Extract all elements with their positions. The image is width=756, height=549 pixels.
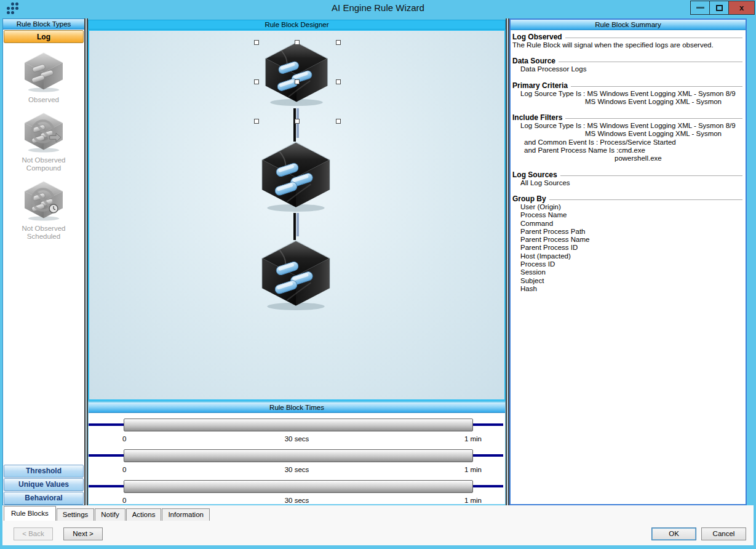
summary-section-title: Data Source: [512, 57, 555, 65]
rule-block-cube-2[interactable]: [258, 140, 333, 212]
summary-line: Session: [512, 268, 744, 276]
rule-block-time-slider-2: 0 30 secs 1 min: [89, 448, 505, 479]
selection-handle[interactable]: [295, 79, 300, 84]
rule-block-summary-header: Rule Block Summary: [511, 20, 746, 30]
ai-engine-rule-wizard-window: { "window": { "title": "AI Engine Rule W…: [0, 0, 756, 549]
rule-block-type-label: Not Observed Compound: [3, 156, 84, 172]
cancel-button[interactable]: Cancel: [701, 527, 746, 540]
summary-line: and Common Event Is : Process/Service St…: [512, 138, 744, 146]
tab-information[interactable]: Information: [162, 508, 210, 521]
summary-line: Host (Impacted): [512, 252, 744, 260]
ok-button[interactable]: OK: [651, 527, 696, 540]
rule-block-cube-1[interactable]: [262, 41, 331, 106]
slider-labels: 0 30 secs 1 min: [89, 497, 505, 505]
summary-section: Log SourcesAll Log Sources: [512, 170, 744, 187]
summary-line: MS Windows Event Logging XML - Sysmon: [512, 98, 744, 106]
next-button[interactable]: Next >: [63, 527, 103, 540]
titlebar: AI Engine Rule Wizard x: [0, 0, 756, 17]
summary-section-title: Log Sources: [512, 170, 557, 179]
summary-line: All Log Sources: [512, 179, 744, 187]
rule-block-times-body: 0 30 secs 1 min 0 30 secs 1 min 0 30 sec…: [89, 413, 505, 510]
back-button[interactable]: < Back: [14, 527, 53, 540]
wizard-tabs: Rule BlocksSettingsNotifyActionsInformat…: [4, 505, 210, 521]
section-rule-line: [549, 199, 742, 200]
summary-line: Process ID: [512, 260, 744, 268]
summary-line: Command: [512, 220, 744, 228]
slider-max-label: 1 min: [464, 435, 482, 443]
category-threshold-button[interactable]: Threshold: [4, 465, 84, 478]
rule-block-designer-header: Rule Block Designer: [88, 20, 506, 30]
block-connector-line: [293, 213, 299, 240]
selection-handle[interactable]: [295, 40, 300, 45]
summary-section: Log ObservedThe Rule Block will signal w…: [512, 33, 744, 49]
slider-max-label: 1 min: [464, 466, 482, 473]
slider-max-label: 1 min: [464, 497, 482, 504]
summary-section-title: Include Filters: [512, 113, 562, 122]
category-behavioral-button[interactable]: Behavioral: [4, 492, 84, 505]
summary-line: Subject: [512, 277, 744, 285]
section-rule-line: [565, 38, 742, 38]
summary-line: Hash: [512, 285, 744, 293]
tab-actions[interactable]: Actions: [126, 508, 162, 521]
slider-mid-label: 30 secs: [89, 435, 505, 443]
cube-not-observed-compound-icon: [22, 112, 66, 153]
summary-section: Group ByUser (Origin)Process NameCommand…: [512, 194, 744, 293]
tab-rule-blocks[interactable]: Rule Blocks: [4, 506, 56, 521]
summary-line: and Parent Process Name Is :cmd.exe: [512, 146, 744, 154]
slider-range-bar[interactable]: [124, 480, 473, 493]
close-button[interactable]: x: [728, 1, 755, 15]
section-rule-line: [559, 62, 742, 62]
summary-section: Primary CriteriaLog Source Type Is : MS …: [512, 81, 744, 106]
rule-block-types-header: Rule Block Types: [3, 19, 84, 30]
selection-handle[interactable]: [254, 40, 259, 45]
cube-observed-icon: [22, 52, 66, 92]
category-log-button[interactable]: Log: [4, 30, 84, 43]
rule-block-type-item[interactable]: Observed: [3, 52, 84, 104]
maximize-icon: [716, 5, 723, 11]
summary-line: Process Name: [512, 211, 744, 219]
slider-range-bar[interactable]: [124, 419, 473, 431]
selection-handle[interactable]: [336, 40, 341, 45]
rule-block-summary-panel: Rule Block Summary Log ObservedThe Rule …: [509, 18, 747, 505]
rule-block-designer-canvas[interactable]: [88, 30, 506, 401]
minimize-icon: [696, 7, 704, 9]
rule-block-time-slider-1: 0 30 secs 1 min: [89, 417, 505, 448]
summary-line: Parent Process ID: [512, 244, 744, 252]
close-icon: x: [739, 4, 744, 12]
selection-handle[interactable]: [295, 119, 300, 124]
summary-section: Data SourceData Processor Logs: [512, 57, 744, 73]
summary-line: Parent Process Name: [512, 236, 744, 244]
rule-block-cube-3[interactable]: [258, 239, 333, 311]
rule-block-type-item[interactable]: Not Observed Compound: [3, 112, 84, 172]
tab-notify[interactable]: Notify: [95, 508, 125, 521]
selection-handle[interactable]: [336, 79, 341, 84]
bottom-strip: Rule BlocksSettingsNotifyActionsInformat…: [2, 505, 754, 545]
rule-block-type-label: Observed: [3, 96, 84, 104]
summary-line: Log Source Type Is : MS Windows Event Lo…: [512, 122, 744, 130]
rule-block-type-list: Observed Not Observed Compound Not Obser…: [3, 44, 84, 464]
maximize-button[interactable]: [709, 1, 728, 15]
logrhythm-logo-icon: [6, 2, 20, 15]
selection-handle[interactable]: [254, 79, 259, 84]
slider-mid-label: 30 secs: [89, 466, 505, 473]
slider-range-bar[interactable]: [124, 449, 473, 462]
tab-settings[interactable]: Settings: [57, 508, 95, 521]
window-controls: x: [690, 1, 755, 15]
summary-section-title: Primary Criteria: [512, 81, 568, 90]
summary-line: powershell.exe: [512, 154, 744, 162]
selection-handle[interactable]: [336, 119, 341, 124]
minimize-button[interactable]: [690, 1, 709, 15]
rule-block-times-header: Rule Block Times: [89, 403, 505, 413]
section-rule-line: [560, 175, 742, 176]
section-rule-line: [571, 86, 742, 87]
category-unique-values-button[interactable]: Unique Values: [4, 478, 84, 491]
summary-line: MS Windows Event Logging XML - Sysmon: [512, 130, 744, 138]
rule-block-type-label: Not Observed Scheduled: [3, 225, 84, 241]
rule-block-type-item[interactable]: Not Observed Scheduled: [3, 180, 84, 241]
summary-section: Include FiltersLog Source Type Is : MS W…: [512, 113, 744, 162]
summary-line: Parent Process Path: [512, 228, 744, 236]
slider-labels: 0 30 secs 1 min: [89, 435, 505, 444]
selection-handle[interactable]: [254, 119, 259, 124]
summary-section-title: Group By: [512, 194, 546, 203]
block-connector-line: [293, 108, 299, 142]
